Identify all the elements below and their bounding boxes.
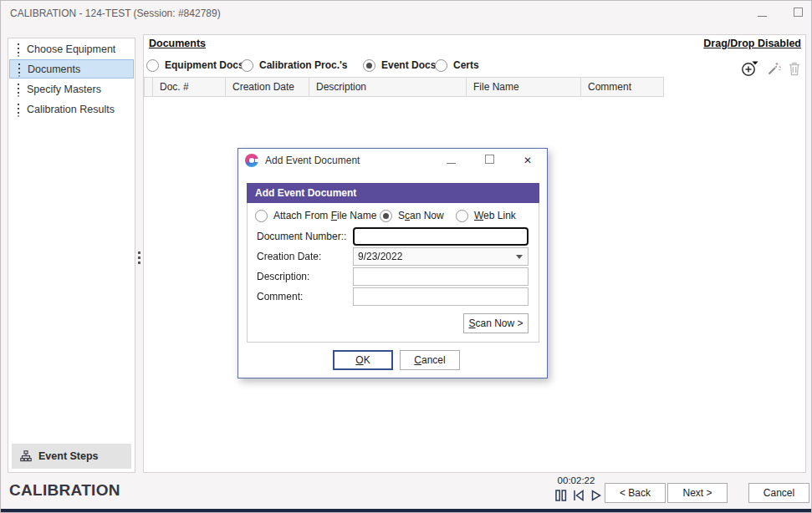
radio-label: Calibration Proc.'s <box>259 59 348 71</box>
add-event-document-dialog: Add Event Document ✕ Add Event Document … <box>237 148 548 378</box>
radio-label: Event Docs <box>381 59 436 71</box>
grip-dots-icon <box>18 108 19 109</box>
scan-now-button[interactable]: Scan Now > <box>463 313 529 333</box>
radio-certs[interactable]: Certs <box>435 58 479 73</box>
table-header-spacer <box>144 77 153 97</box>
minimize-icon <box>758 16 767 17</box>
document-number-input[interactable] <box>353 227 529 246</box>
org-chart-icon <box>20 450 32 462</box>
sidebar-item-label: Calibration Results <box>27 104 115 115</box>
panel-splitter[interactable] <box>136 246 141 268</box>
radio-icon <box>435 59 447 72</box>
grip-dots-icon <box>18 88 19 89</box>
table-header-comment[interactable]: Comment <box>581 77 664 97</box>
ok-button[interactable]: OK <box>333 350 393 370</box>
table-header-description[interactable]: Description <box>309 77 467 97</box>
description-input[interactable] <box>353 267 529 286</box>
dialog-close-button[interactable]: ✕ <box>508 155 547 166</box>
app-logo-icon <box>245 154 258 167</box>
taskbar-edge <box>1 509 811 512</box>
dialog-minimize-button[interactable] <box>432 155 470 166</box>
add-circle-icon <box>741 59 759 77</box>
sidebar-item-label: Documents <box>28 63 80 75</box>
radio-scan-now[interactable]: Scan Now <box>380 209 444 222</box>
maximize-icon <box>794 8 803 17</box>
dialog-maximize-button[interactable] <box>470 155 508 166</box>
creation-date-label: Creation Date: <box>257 247 321 266</box>
radio-icon <box>255 210 268 222</box>
add-document-button[interactable] <box>741 59 759 79</box>
window-title: CALIBRATION - 124-TEST (Session: #842789… <box>10 8 221 19</box>
dialog-section-header: Add Event Document <box>247 183 539 203</box>
radio-label: Scan Now <box>398 210 444 221</box>
maximize-icon <box>485 155 494 164</box>
maximize-button[interactable] <box>794 8 803 19</box>
footer-cancel-button[interactable]: Cancel <box>748 483 809 503</box>
radio-label: Web Link <box>474 210 516 221</box>
pause-icon[interactable] <box>554 489 568 502</box>
radio-icon <box>146 59 159 72</box>
delete-document-button[interactable] <box>788 61 801 79</box>
footer-title: CALIBRATION <box>9 481 120 500</box>
radio-label: Attach From File Name <box>273 210 376 221</box>
grip-dots-icon <box>18 48 19 49</box>
grip-dots-icon <box>18 68 20 69</box>
dragdrop-toggle-link[interactable]: Drag/Drop Disabled <box>703 38 801 49</box>
scan-wand-button[interactable] <box>766 61 781 79</box>
documents-table-header: Doc. # Creation Date Description File Na… <box>144 77 664 97</box>
window-controls <box>758 1 803 26</box>
radio-selected-icon <box>380 210 392 222</box>
comment-input[interactable] <box>353 287 529 306</box>
comment-label: Comment: <box>257 287 303 306</box>
sidebar-item-choose-equipment[interactable]: Choose Equipment <box>9 39 134 58</box>
step-sidebar: Choose Equipment Documents Specify Maste… <box>8 38 135 473</box>
magic-wand-icon <box>766 61 781 76</box>
transport-controls <box>554 489 603 502</box>
radio-icon <box>456 210 468 222</box>
radio-calibration-procs[interactable]: Calibration Proc.'s <box>241 58 348 73</box>
minimize-icon <box>447 163 456 164</box>
description-label: Description: <box>257 267 309 286</box>
radio-attach-from-file[interactable]: Attach From File Name <box>255 209 376 222</box>
table-header-file-name[interactable]: File Name <box>467 77 581 97</box>
radio-equipment-docs[interactable]: Equipment Docs <box>146 58 244 73</box>
play-icon[interactable] <box>590 489 603 502</box>
radio-label: Certs <box>453 59 479 71</box>
next-button[interactable]: Next > <box>667 483 728 503</box>
table-header-doc-number[interactable]: Doc. # <box>153 77 226 97</box>
radio-label: Equipment Docs <box>165 59 244 71</box>
radio-icon <box>241 59 253 72</box>
creation-date-combo[interactable] <box>353 247 529 266</box>
radio-web-link[interactable]: Web Link <box>456 209 516 222</box>
event-steps-label: Event Steps <box>38 450 99 462</box>
sidebar-item-calibration-results[interactable]: Calibration Results <box>9 99 134 119</box>
dialog-cancel-button[interactable]: Cancel <box>400 350 460 370</box>
creation-date-input[interactable] <box>353 247 529 266</box>
trash-icon <box>788 61 801 76</box>
dialog-title: Add Event Document <box>265 155 360 166</box>
sidebar-item-specify-masters[interactable]: Specify Masters <box>9 79 134 99</box>
back-button[interactable]: < Back <box>605 483 666 503</box>
sidebar-item-label: Specify Masters <box>27 84 101 95</box>
event-steps-button[interactable]: Event Steps <box>12 444 131 469</box>
radio-event-docs[interactable]: Event Docs <box>363 58 436 73</box>
documents-header: Documents <box>149 38 206 49</box>
skip-to-start-icon[interactable] <box>572 489 585 502</box>
document-number-label: Document Number:: <box>257 227 346 246</box>
title-bar: CALIBRATION - 124-TEST (Session: #842789… <box>1 1 811 26</box>
sidebar-item-label: Choose Equipment <box>27 43 115 55</box>
minimize-button[interactable] <box>758 8 767 19</box>
dialog-window-controls: ✕ <box>432 149 547 171</box>
radio-selected-icon <box>363 59 375 72</box>
table-header-creation-date[interactable]: Creation Date <box>226 77 309 97</box>
application-window: CALIBRATION - 124-TEST (Session: #842789… <box>0 0 812 513</box>
sidebar-item-documents[interactable]: Documents <box>9 59 134 79</box>
session-timer: 00:02:22 <box>548 475 605 485</box>
